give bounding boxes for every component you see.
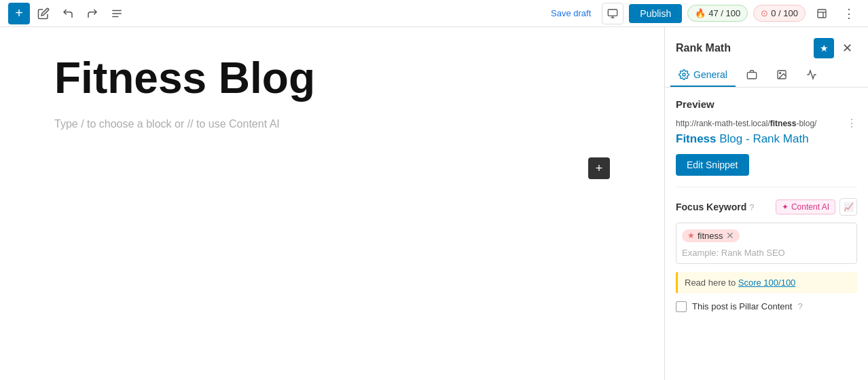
preview-url-prefix: http://rank-math-test.local/ xyxy=(676,119,770,128)
seo-score-label: 47 / 100 xyxy=(708,8,740,18)
pillar-content-row: This post is Pillar Content ? xyxy=(676,301,857,312)
accessibility-score-button[interactable]: ⊙ 0 / 100 xyxy=(753,5,806,22)
kebab-icon: ⋮ xyxy=(843,6,855,21)
plus-inline-icon: + xyxy=(596,162,603,176)
circle-score-icon: ⊙ xyxy=(761,8,768,18)
keyword-input-area[interactable]: ★ fitness ✕ Example: Rank Math SEO xyxy=(676,223,857,264)
pillar-help-icon[interactable]: ? xyxy=(797,301,802,311)
preview-url-dots[interactable]: ⋮ xyxy=(846,117,857,130)
help-icon[interactable]: ? xyxy=(749,202,754,212)
trend-button[interactable]: 📈 xyxy=(839,198,857,216)
focus-keyword-header: Focus Keyword ? ✦ Content AI 📈 xyxy=(676,198,857,216)
briefcase-icon xyxy=(746,69,757,80)
plus-icon: + xyxy=(15,5,23,21)
sidebar: Rank Math ★ ✕ General xyxy=(664,27,868,380)
read-here-link[interactable]: Score 100/100 xyxy=(738,278,796,288)
focus-keyword-section: Focus Keyword ? ✦ Content AI 📈 xyxy=(676,187,857,312)
accessibility-score-label: 0 / 100 xyxy=(771,8,798,18)
svg-rect-3 xyxy=(609,10,617,16)
read-here-banner: Read here to Score 100/100 xyxy=(676,272,857,293)
keyword-placeholder: Example: Rank Math SEO xyxy=(682,248,851,258)
flame-icon: 🔥 xyxy=(695,8,706,18)
trend-icon: 📈 xyxy=(844,202,854,212)
toolbar: + Save draft Publish 🔥 47 / 100 ⊙ 0 / 10… xyxy=(0,0,868,27)
sidebar-header-icons: ★ ✕ xyxy=(814,38,857,58)
tab-general[interactable]: General xyxy=(670,64,736,87)
layout-button[interactable] xyxy=(811,3,833,24)
monitor-icon xyxy=(607,8,618,19)
keyword-remove-button[interactable]: ✕ xyxy=(726,231,734,240)
gear-icon xyxy=(679,69,689,80)
undo-icon xyxy=(62,7,74,20)
toolbar-left: + xyxy=(8,3,543,24)
analytics-icon xyxy=(806,69,817,80)
pillar-checkbox[interactable] xyxy=(676,301,687,312)
layout-icon xyxy=(816,8,827,19)
tab-image[interactable] xyxy=(768,64,795,87)
add-block-inline-button[interactable]: + xyxy=(588,157,610,179)
tab-briefcase[interactable] xyxy=(738,64,765,87)
main-area: Fitness Blog Type / to choose a block or… xyxy=(0,27,868,380)
keyword-tag-text: fitness xyxy=(698,231,723,241)
add-block-button[interactable]: + xyxy=(8,3,30,24)
pencil-button[interactable] xyxy=(33,3,54,24)
tab-general-label: General xyxy=(693,69,727,80)
focus-keyword-title-wrap: Focus Keyword ? xyxy=(676,202,754,212)
preview-link-bold: Fitness xyxy=(676,132,717,145)
focus-keyword-title: Focus Keyword xyxy=(676,202,746,212)
pencil-icon xyxy=(37,7,50,20)
sidebar-header: Rank Math ★ ✕ xyxy=(665,27,868,58)
more-options-button[interactable]: ⋮ xyxy=(838,3,860,24)
pillar-label: This post is Pillar Content xyxy=(692,301,792,311)
svg-rect-10 xyxy=(747,73,756,79)
preview-link-normal: Blog - Rank Math xyxy=(717,132,809,145)
editor-placeholder: Type / to choose a block or // to use Co… xyxy=(54,118,610,130)
preview-url: http://rank-math-test.local/fitness-blog… xyxy=(676,117,857,130)
keyword-star-icon: ★ xyxy=(687,231,695,240)
sidebar-title: Rank Math xyxy=(676,42,731,54)
list-icon xyxy=(111,7,123,20)
tab-analytics[interactable] xyxy=(798,64,825,87)
preview-section: Preview http://rank-math-test.local/fitn… xyxy=(676,98,857,176)
star-button[interactable]: ★ xyxy=(814,38,834,58)
undo-button[interactable] xyxy=(57,3,79,24)
preview-button[interactable] xyxy=(602,3,623,24)
svg-point-12 xyxy=(779,73,780,74)
preview-url-suffix: -blog/ xyxy=(796,119,816,128)
page-title: Fitness Blog xyxy=(54,54,610,102)
redo-button[interactable] xyxy=(82,3,103,24)
toolbar-right: Save draft Publish 🔥 47 / 100 ⊙ 0 / 100 … xyxy=(545,3,860,24)
star-icon: ★ xyxy=(820,43,829,54)
sidebar-tabs: General xyxy=(665,58,868,88)
seo-score-button[interactable]: 🔥 47 / 100 xyxy=(687,5,748,22)
editor-area[interactable]: Fitness Blog Type / to choose a block or… xyxy=(0,27,664,380)
list-view-button[interactable] xyxy=(106,3,128,24)
svg-point-9 xyxy=(683,73,685,76)
keyword-tag: ★ fitness ✕ xyxy=(682,229,740,242)
sidebar-content: Preview http://rank-math-test.local/fitn… xyxy=(665,88,868,323)
keyword-actions: ✦ Content AI 📈 xyxy=(776,198,857,216)
preview-url-text: http://rank-math-test.local/fitness-blog… xyxy=(676,119,816,128)
preview-title: Preview xyxy=(676,98,857,110)
close-sidebar-button[interactable]: ✕ xyxy=(837,38,857,58)
content-ai-label: Content AI xyxy=(791,202,829,212)
preview-url-bold: fitness xyxy=(770,119,797,128)
close-icon: ✕ xyxy=(842,41,852,56)
content-ai-icon: ✦ xyxy=(782,202,789,212)
publish-button[interactable]: Publish xyxy=(629,4,682,23)
content-ai-button[interactable]: ✦ Content AI xyxy=(776,200,835,214)
save-draft-button[interactable]: Save draft xyxy=(545,5,596,21)
edit-snippet-button[interactable]: Edit Snippet xyxy=(676,154,749,176)
redo-icon xyxy=(86,7,98,20)
preview-link[interactable]: Fitness Blog - Rank Math xyxy=(676,132,857,146)
svg-rect-6 xyxy=(818,10,826,18)
read-here-prefix: Read here to xyxy=(685,278,738,288)
image-icon xyxy=(776,69,787,80)
